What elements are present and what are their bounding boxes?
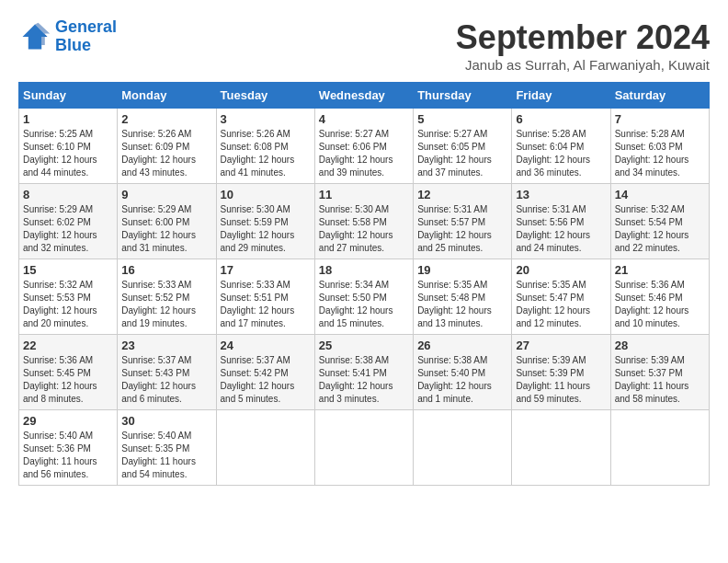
calendar-cell: 3 Sunrise: 5:26 AM Sunset: 6:08 PM Dayli… — [216, 109, 314, 184]
day-info: Sunrise: 5:26 AM Sunset: 6:08 PM Dayligh… — [221, 128, 311, 179]
weekday-header: Sunday — [19, 83, 118, 109]
calendar-cell: 23 Sunrise: 5:37 AM Sunset: 5:43 PM Dayl… — [118, 335, 216, 410]
day-info: Sunrise: 5:25 AM Sunset: 6:10 PM Dayligh… — [23, 128, 113, 179]
calendar-cell: 27 Sunrise: 5:39 AM Sunset: 5:39 PM Dayl… — [512, 335, 610, 410]
day-info: Sunrise: 5:35 AM Sunset: 5:48 PM Dayligh… — [417, 279, 507, 330]
day-info: Sunrise: 5:28 AM Sunset: 6:04 PM Dayligh… — [516, 128, 606, 179]
day-info: Sunrise: 5:32 AM Sunset: 5:53 PM Dayligh… — [23, 279, 113, 330]
day-number: 27 — [516, 339, 606, 352]
day-number: 18 — [319, 263, 409, 277]
calendar-cell: 16 Sunrise: 5:33 AM Sunset: 5:52 PM Dayl… — [118, 259, 216, 335]
logo-line2: Blue — [55, 36, 91, 54]
logo-icon — [18, 20, 51, 53]
calendar-cell: 20 Sunrise: 5:35 AM Sunset: 5:47 PM Dayl… — [512, 259, 610, 335]
day-info: Sunrise: 5:34 AM Sunset: 5:50 PM Dayligh… — [319, 279, 409, 330]
weekday-header: Friday — [512, 83, 610, 109]
day-info: Sunrise: 5:36 AM Sunset: 5:45 PM Dayligh… — [23, 354, 113, 406]
day-info: Sunrise: 5:31 AM Sunset: 5:57 PM Dayligh… — [417, 203, 507, 255]
weekday-header: Wednesday — [314, 83, 413, 109]
calendar-cell — [414, 410, 512, 486]
day-number: 2 — [121, 112, 211, 126]
day-info: Sunrise: 5:31 AM Sunset: 5:56 PM Dayligh… — [516, 203, 606, 255]
calendar-cell: 24 Sunrise: 5:37 AM Sunset: 5:42 PM Dayl… — [216, 335, 314, 410]
day-info: Sunrise: 5:33 AM Sunset: 5:51 PM Dayligh… — [221, 279, 311, 330]
day-number: 23 — [121, 339, 211, 352]
calendar-week-row: 22 Sunrise: 5:36 AM Sunset: 5:45 PM Dayl… — [19, 335, 710, 410]
calendar-cell — [216, 410, 314, 486]
day-info: Sunrise: 5:38 AM Sunset: 5:41 PM Dayligh… — [319, 354, 409, 406]
day-number: 13 — [516, 188, 606, 201]
day-info: Sunrise: 5:40 AM Sunset: 5:36 PM Dayligh… — [23, 430, 113, 481]
calendar-cell: 8 Sunrise: 5:29 AM Sunset: 6:02 PM Dayli… — [19, 184, 118, 259]
day-info: Sunrise: 5:37 AM Sunset: 5:43 PM Dayligh… — [121, 354, 211, 406]
day-number: 16 — [121, 263, 211, 277]
calendar-cell: 4 Sunrise: 5:27 AM Sunset: 6:06 PM Dayli… — [314, 109, 413, 184]
calendar-cell: 13 Sunrise: 5:31 AM Sunset: 5:56 PM Dayl… — [512, 184, 610, 259]
calendar-cell: 6 Sunrise: 5:28 AM Sunset: 6:04 PM Dayli… — [512, 109, 610, 184]
day-number: 4 — [319, 112, 409, 126]
calendar-week-row: 15 Sunrise: 5:32 AM Sunset: 5:53 PM Dayl… — [19, 259, 710, 335]
day-number: 28 — [615, 339, 705, 352]
day-info: Sunrise: 5:37 AM Sunset: 5:42 PM Dayligh… — [221, 354, 311, 406]
day-number: 25 — [319, 339, 409, 352]
day-number: 24 — [221, 339, 311, 352]
day-number: 30 — [121, 414, 211, 428]
calendar-cell: 25 Sunrise: 5:38 AM Sunset: 5:41 PM Dayl… — [314, 335, 413, 410]
calendar-cell: 11 Sunrise: 5:30 AM Sunset: 5:58 PM Dayl… — [314, 184, 413, 259]
day-info: Sunrise: 5:27 AM Sunset: 6:06 PM Dayligh… — [319, 128, 409, 179]
day-info: Sunrise: 5:30 AM Sunset: 5:58 PM Dayligh… — [319, 203, 409, 255]
day-info: Sunrise: 5:32 AM Sunset: 5:54 PM Dayligh… — [615, 203, 705, 255]
logo-text: General Blue — [55, 18, 117, 55]
calendar-week-row: 8 Sunrise: 5:29 AM Sunset: 6:02 PM Dayli… — [19, 184, 710, 259]
weekday-header-row: SundayMondayTuesdayWednesdayThursdayFrid… — [19, 83, 710, 109]
day-info: Sunrise: 5:28 AM Sunset: 6:03 PM Dayligh… — [615, 128, 705, 179]
logo-line1: General — [55, 17, 117, 36]
title-block: September 2024 Janub as Surrah, Al Farwa… — [456, 18, 710, 73]
calendar-cell: 28 Sunrise: 5:39 AM Sunset: 5:37 PM Dayl… — [610, 335, 709, 410]
day-number: 3 — [221, 112, 311, 126]
weekday-header: Saturday — [610, 83, 709, 109]
calendar-cell: 9 Sunrise: 5:29 AM Sunset: 6:00 PM Dayli… — [118, 184, 216, 259]
day-info: Sunrise: 5:33 AM Sunset: 5:52 PM Dayligh… — [121, 279, 211, 330]
weekday-header: Thursday — [414, 83, 512, 109]
day-info: Sunrise: 5:40 AM Sunset: 5:35 PM Dayligh… — [121, 430, 211, 481]
day-number: 6 — [516, 112, 606, 126]
location-subtitle: Janub as Surrah, Al Farwaniyah, Kuwait — [456, 57, 710, 73]
day-number: 7 — [615, 112, 705, 126]
day-number: 20 — [516, 263, 606, 277]
day-info: Sunrise: 5:39 AM Sunset: 5:37 PM Dayligh… — [615, 354, 705, 406]
month-title: September 2024 — [456, 18, 710, 57]
calendar-cell: 10 Sunrise: 5:30 AM Sunset: 5:59 PM Dayl… — [216, 184, 314, 259]
day-number: 8 — [23, 188, 113, 201]
calendar-cell: 1 Sunrise: 5:25 AM Sunset: 6:10 PM Dayli… — [19, 109, 118, 184]
day-number: 22 — [23, 339, 113, 352]
calendar-cell: 30 Sunrise: 5:40 AM Sunset: 5:35 PM Dayl… — [118, 410, 216, 486]
calendar-cell: 26 Sunrise: 5:38 AM Sunset: 5:40 PM Dayl… — [414, 335, 512, 410]
day-number: 14 — [615, 188, 705, 201]
day-number: 11 — [319, 188, 409, 201]
calendar-cell: 15 Sunrise: 5:32 AM Sunset: 5:53 PM Dayl… — [19, 259, 118, 335]
day-info: Sunrise: 5:38 AM Sunset: 5:40 PM Dayligh… — [417, 354, 507, 406]
calendar-cell — [610, 410, 709, 486]
calendar-cell: 7 Sunrise: 5:28 AM Sunset: 6:03 PM Dayli… — [610, 109, 709, 184]
day-number: 29 — [23, 414, 113, 428]
day-number: 9 — [121, 188, 211, 201]
calendar-cell: 21 Sunrise: 5:36 AM Sunset: 5:46 PM Dayl… — [610, 259, 709, 335]
day-info: Sunrise: 5:26 AM Sunset: 6:09 PM Dayligh… — [121, 128, 211, 179]
day-info: Sunrise: 5:39 AM Sunset: 5:39 PM Dayligh… — [516, 354, 606, 406]
day-info: Sunrise: 5:36 AM Sunset: 5:46 PM Dayligh… — [615, 279, 705, 330]
day-number: 26 — [417, 339, 507, 352]
calendar-cell: 5 Sunrise: 5:27 AM Sunset: 6:05 PM Dayli… — [414, 109, 512, 184]
calendar-cell: 18 Sunrise: 5:34 AM Sunset: 5:50 PM Dayl… — [314, 259, 413, 335]
day-number: 5 — [417, 112, 507, 126]
calendar-week-row: 29 Sunrise: 5:40 AM Sunset: 5:36 PM Dayl… — [19, 410, 710, 486]
day-info: Sunrise: 5:29 AM Sunset: 6:02 PM Dayligh… — [23, 203, 113, 255]
day-number: 12 — [417, 188, 507, 201]
day-number: 1 — [23, 112, 113, 126]
weekday-header: Tuesday — [216, 83, 314, 109]
day-info: Sunrise: 5:29 AM Sunset: 6:00 PM Dayligh… — [121, 203, 211, 255]
day-number: 17 — [221, 263, 311, 277]
day-number: 10 — [221, 188, 311, 201]
calendar-cell — [512, 410, 610, 486]
calendar-cell: 2 Sunrise: 5:26 AM Sunset: 6:09 PM Dayli… — [118, 109, 216, 184]
